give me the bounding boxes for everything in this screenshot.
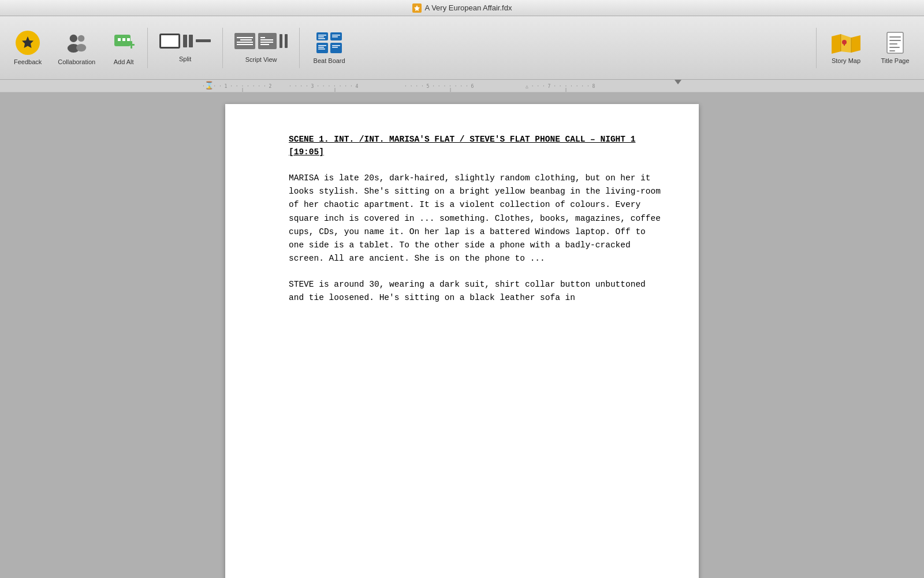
svg-rect-17 — [332, 35, 340, 36]
svg-rect-34 — [889, 43, 897, 45]
split-label: Split — [179, 55, 191, 62]
svg-rect-15 — [318, 36, 324, 38]
svg-rect-14 — [318, 35, 326, 36]
toolbar: Feedback Collaboration — [0, 16, 924, 80]
separator-1 — [147, 28, 148, 68]
svg-rect-6 — [122, 38, 125, 41]
split-button[interactable]: Split — [151, 16, 219, 79]
separator-2 — [222, 28, 223, 68]
svg-rect-18 — [332, 36, 338, 38]
split-icons — [159, 34, 211, 49]
svg-rect-9 — [131, 41, 132, 49]
svg-text:· · · · 3 · · · · · · · 4: · · · · 3 · · · · · · · 4 — [289, 84, 359, 89]
svg-rect-5 — [118, 38, 121, 41]
collaboration-label: Collaboration — [58, 58, 95, 65]
svg-rect-35 — [889, 47, 900, 48]
story-map-icon — [831, 32, 861, 54]
svg-rect-7 — [127, 38, 130, 41]
star-icon — [16, 31, 40, 55]
svg-rect-31 — [887, 32, 903, 53]
add-alt-label: Add Alt — [114, 58, 134, 65]
title-page-button[interactable]: Title Page — [872, 27, 918, 69]
svg-text:△ · · · 7 · · · · · · · 8: △ · · · 7 · · · · · · · 8 — [526, 84, 595, 89]
svg-rect-33 — [889, 40, 901, 41]
minus-icon — [196, 34, 211, 49]
beat-board-icon — [316, 32, 342, 54]
svg-rect-12 — [316, 43, 328, 53]
collaboration-button[interactable]: Collaboration — [50, 16, 103, 79]
separator-4 — [816, 28, 817, 68]
script-view-button[interactable]: Script View — [226, 16, 296, 79]
script-doc-icon — [234, 33, 255, 49]
separator-3 — [299, 28, 300, 68]
svg-rect-20 — [318, 47, 324, 48]
vertical-bars-icon — [280, 34, 288, 48]
add-alt-icon — [111, 31, 136, 55]
svg-rect-28 — [844, 42, 845, 46]
svg-text:· · · · 5 · · · · · · · 6: · · · · 5 · · · · · · · 6 — [404, 84, 474, 89]
story-map-button[interactable]: Story Map — [820, 27, 872, 69]
svg-rect-19 — [318, 45, 326, 46]
title-bar: A Very European Affair.fdx — [0, 0, 924, 16]
feedback-button[interactable]: Feedback — [6, 16, 50, 79]
svg-point-3 — [76, 43, 86, 51]
svg-marker-24 — [832, 34, 841, 54]
beat-board-label: Beat Board — [314, 57, 345, 64]
svg-rect-16 — [318, 38, 325, 39]
story-map-label: Story Map — [832, 57, 860, 64]
svg-marker-26 — [851, 35, 860, 53]
svg-rect-22 — [332, 45, 340, 46]
svg-rect-36 — [889, 50, 895, 51]
svg-rect-23 — [332, 47, 338, 48]
action-block-1: MARISA is late 20s, dark-haired, slightl… — [289, 172, 664, 265]
ruler-content: ⌛ · · · · 1 · · · · · · · 2 · · · · 3 · … — [196, 80, 924, 92]
ruler-svg: · · · · 1 · · · · · · · 2 · · · · 3 · · … — [196, 80, 924, 92]
pause-icon — [183, 34, 193, 49]
action-block-2: STEVE is around 30, wearing a dark suit,… — [289, 278, 664, 305]
script-page: SCENE 1. INT. /INT. MARISA'S FLAT / STEV… — [225, 104, 699, 578]
title-bar-text: A Very European Affair.fdx — [412, 3, 512, 13]
script-view-label: Script View — [245, 56, 277, 63]
title-page-label: Title Page — [881, 57, 909, 64]
scene-heading: SCENE 1. INT. /INT. MARISA'S FLAT / STEV… — [289, 133, 664, 159]
app-icon — [412, 3, 422, 13]
script-view-icons — [234, 33, 288, 49]
ruler: ⌛ · · · · 1 · · · · · · · 2 · · · · 3 · … — [0, 80, 924, 92]
add-alt-button[interactable]: Add Alt — [103, 16, 144, 79]
lines-icon — [258, 33, 277, 49]
svg-rect-13 — [330, 43, 342, 53]
monitor-icon — [159, 34, 180, 49]
svg-rect-32 — [889, 36, 901, 38]
svg-rect-21 — [318, 49, 325, 50]
svg-text:· · · · 1 · · · · · · · 2: · · · · 1 · · · · · · · 2 — [202, 84, 272, 89]
svg-point-0 — [69, 34, 77, 42]
toolbar-right: Story Map Title Page — [813, 27, 918, 69]
script-area[interactable]: SCENE 1. INT. /INT. MARISA'S FLAT / STEV… — [0, 92, 924, 578]
beat-board-button[interactable]: Beat Board — [303, 16, 355, 79]
svg-point-2 — [78, 35, 84, 41]
title-filename: A Very European Affair.fdx — [425, 3, 512, 12]
title-page-icon — [885, 32, 906, 54]
collaboration-icon — [65, 31, 89, 55]
feedback-label: Feedback — [14, 58, 42, 65]
